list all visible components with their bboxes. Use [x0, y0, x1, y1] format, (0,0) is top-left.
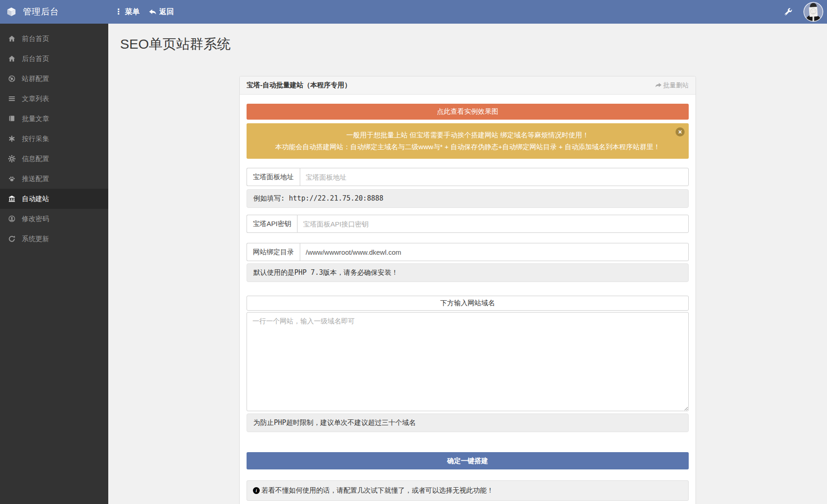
- auto-build-panel: 宝塔-自动批量建站（本程序专用） 批量删站 点此查看实例效果图 × 一般用于想批…: [239, 76, 696, 504]
- sidebar-item-auto-build[interactable]: 自动建站: [0, 189, 108, 209]
- bind-dir-group: 网站绑定目录: [247, 243, 689, 261]
- home-icon: [8, 35, 16, 42]
- user-avatar[interactable]: [803, 2, 823, 22]
- sidebar-item-front-home[interactable]: 前台首页: [0, 29, 108, 49]
- panel-address-label: 宝塔面板地址: [247, 168, 300, 186]
- sidebar-item-push-config[interactable]: 推送配置: [0, 169, 108, 189]
- api-key-input[interactable]: [297, 215, 689, 233]
- sidebar-item-admin-home[interactable]: 后台首页: [0, 49, 108, 69]
- wrench-icon[interactable]: [784, 8, 792, 16]
- info-icon: i: [253, 487, 260, 494]
- paw-icon: [8, 175, 16, 182]
- sidebar-item-label: 站群配置: [22, 75, 49, 83]
- api-key-group: 宝塔API密钥: [247, 215, 689, 233]
- back-label: 返回: [159, 7, 174, 17]
- user-icon: [8, 215, 16, 222]
- sidebar-item-label: 后台首页: [22, 55, 49, 63]
- close-icon[interactable]: ×: [676, 127, 685, 136]
- sidebar-item-system-update[interactable]: 系统更新: [0, 229, 108, 249]
- menu-label: 菜单: [125, 7, 140, 17]
- sidebar-item-label: 推送配置: [22, 175, 49, 183]
- book-icon: [8, 115, 16, 122]
- panel-address-help: 例如填写: http://22.21.75.20:8888: [247, 189, 689, 208]
- list-icon: [8, 95, 16, 102]
- globe-icon: [8, 75, 16, 82]
- asterisk-icon: [8, 135, 16, 142]
- menu-button[interactable]: ⋮ 菜单: [115, 7, 140, 17]
- sidebar-item-label: 修改密码: [22, 215, 49, 223]
- menu-dots-icon: ⋮: [115, 8, 122, 15]
- api-key-label: 宝塔API密钥: [247, 215, 297, 233]
- footer-note: i 若看不懂如何使用的话，请配置几次试下就懂了，或者可以选择无视此功能！: [247, 480, 689, 501]
- sidebar-item-info-config[interactable]: 信息配置: [0, 149, 108, 169]
- sidebar-item-sitegroup-config[interactable]: 站群配置: [0, 69, 108, 89]
- home-icon: [8, 55, 16, 62]
- page-title: SEO单页站群系统: [108, 24, 827, 54]
- sidebar-item-label: 前台首页: [22, 35, 49, 43]
- sidebar-item-label: 按行采集: [22, 135, 49, 143]
- panel-address-input[interactable]: [300, 168, 689, 186]
- usage-alert: × 一般用于想批量上站 但宝塔需要手动挨个搭建网站 绑定域名等麻烦情况时使用！ …: [247, 123, 689, 159]
- sidebar-item-label: 系统更新: [22, 235, 49, 243]
- sidebar-item-label: 文章列表: [22, 95, 49, 103]
- cube-logo-icon: [6, 7, 16, 17]
- view-example-button[interactable]: 点此查看实例效果图: [247, 104, 689, 120]
- domains-header: 下方输入网站域名: [247, 296, 689, 311]
- gear-icon: [8, 155, 16, 162]
- bind-dir-label: 网站绑定目录: [247, 243, 300, 261]
- reply-icon: [149, 8, 156, 16]
- panel-address-group: 宝塔面板地址: [247, 168, 689, 186]
- panel-heading: 宝塔-自动批量建站（本程序专用） 批量删站: [240, 76, 696, 95]
- sidebar-item-article-list[interactable]: 文章列表: [0, 89, 108, 109]
- sidebar-menu: 前台首页 后台首页 站群配置 文章列表: [0, 24, 108, 249]
- top-nav: ⋮ 菜单 返回: [108, 7, 174, 17]
- main-content: SEO单页站群系统 宝塔-自动批量建站（本程序专用） 批量删站 点此查看实例效果…: [108, 24, 827, 504]
- top-header: 管理后台 ⋮ 菜单 返回: [0, 0, 827, 24]
- sidebar-item-batch-article[interactable]: 批量文章: [0, 109, 108, 129]
- sidebar-item-label: 信息配置: [22, 155, 49, 163]
- batch-delete-label: 批量删站: [663, 81, 689, 90]
- submit-build-button[interactable]: 确定一键搭建: [247, 452, 689, 469]
- back-button[interactable]: 返回: [149, 7, 174, 17]
- brand[interactable]: 管理后台: [0, 6, 108, 18]
- alert-line-1: 一般用于想批量上站 但宝塔需要手动挨个搭建网站 绑定域名等麻烦情况时使用！: [269, 129, 666, 141]
- bind-dir-help: 默认使用的是PHP 7.3版本，请务必确保安装！: [247, 263, 689, 282]
- domains-textarea[interactable]: [247, 312, 689, 411]
- top-right-actions: [784, 2, 827, 22]
- share-icon: [655, 82, 662, 89]
- bind-dir-input[interactable]: [300, 243, 689, 261]
- sidebar-item-label: 自动建站: [22, 195, 49, 203]
- domains-help: 为防止PHP超时限制，建议单次不建议超过三十个域名: [247, 413, 689, 432]
- footer-note-text: 若看不懂如何使用的话，请配置几次试下就懂了，或者可以选择无视此功能！: [262, 486, 494, 495]
- sidebar-item-line-collect[interactable]: 按行采集: [0, 129, 108, 149]
- brand-title: 管理后台: [23, 6, 59, 18]
- bank-icon: [8, 195, 16, 202]
- panel-title: 宝塔-自动批量建站（本程序专用）: [247, 81, 351, 90]
- refresh-icon: [8, 235, 16, 242]
- sidebar-item-label: 批量文章: [22, 115, 49, 123]
- batch-delete-link[interactable]: 批量删站: [655, 81, 689, 90]
- panel-body: 点此查看实例效果图 × 一般用于想批量上站 但宝塔需要手动挨个搭建网站 绑定域名…: [240, 95, 696, 504]
- alert-line-2: 本功能会自动搭建网站：自动绑定主域名与二级www与* + 自动保存伪静态+自动绑…: [269, 141, 666, 153]
- sidebar-item-change-password[interactable]: 修改密码: [0, 209, 108, 229]
- sidebar: 前台首页 后台首页 站群配置 文章列表: [0, 24, 108, 504]
